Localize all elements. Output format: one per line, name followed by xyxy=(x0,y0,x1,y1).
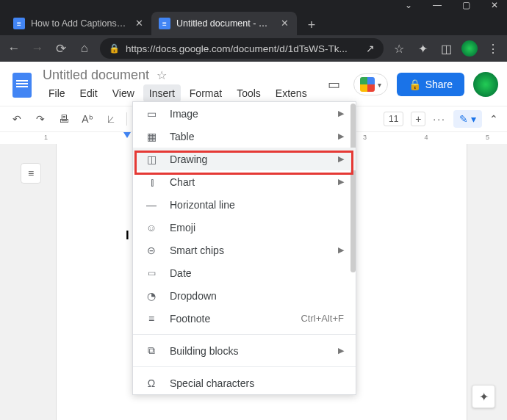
lock-icon: 🔒 xyxy=(109,43,120,54)
menu-file[interactable]: File xyxy=(43,84,71,102)
insert-emoji-item[interactable]: Emoji xyxy=(133,216,356,239)
insert-horizontal-line-item[interactable]: Horizontal line xyxy=(133,193,356,216)
url-text: https://docs.google.com/document/d/1dTsW… xyxy=(126,43,360,54)
header-right: ▭ ▾ 🔒 Share xyxy=(324,68,498,97)
ruler-tick: 5 xyxy=(486,134,489,141)
table-icon xyxy=(145,130,158,143)
comments-icon[interactable]: ▭ xyxy=(324,74,345,95)
insert-smart-chips-item[interactable]: Smart chips ▶ xyxy=(133,239,356,261)
menu-item-shortcut: Ctrl+Alt+F xyxy=(301,313,344,324)
extensions-button[interactable]: ◫ xyxy=(438,42,454,56)
docs-favicon-icon: ≡ xyxy=(159,18,170,29)
menu-item-label: Image xyxy=(170,108,326,120)
menu-format[interactable]: Format xyxy=(184,84,228,102)
menu-item-label: Building blocks xyxy=(170,345,326,357)
share-url-icon[interactable]: ↗ xyxy=(366,43,375,54)
browser-tabstrip: ≡ How to Add Captions to Im ✕ ≡ Untitled… xyxy=(0,10,507,35)
smart-chips-icon xyxy=(145,244,158,257)
pencil-icon: ✎ xyxy=(459,113,468,125)
docs-title-area: Untitled document ☆ File Edit View Inser… xyxy=(43,68,317,102)
menu-item-label: Drawing xyxy=(170,153,326,165)
explore-button[interactable]: ✦ xyxy=(472,385,495,408)
spellcheck-button[interactable]: Aᵇ xyxy=(79,113,96,125)
submenu-arrow-icon: ▶ xyxy=(338,154,344,164)
toolbar-more-button[interactable]: ··· xyxy=(433,113,446,125)
omnibox[interactable]: 🔒 https://docs.google.com/document/d/1dT… xyxy=(100,38,384,59)
window-maximize-icon[interactable]: ▢ xyxy=(462,1,470,10)
submenu-arrow-icon: ▶ xyxy=(338,177,344,187)
insert-dropdown-item[interactable]: Dropdown xyxy=(133,284,356,307)
account-avatar[interactable] xyxy=(473,72,498,97)
document-title[interactable]: Untitled document xyxy=(43,68,149,83)
meet-icon xyxy=(360,77,375,92)
insert-building-blocks-item[interactable]: Building blocks ▶ xyxy=(133,339,356,362)
meet-button[interactable]: ▾ xyxy=(353,73,388,95)
submenu-arrow-icon: ▶ xyxy=(338,346,344,355)
nav-reload-button[interactable]: ⟳ xyxy=(53,41,69,57)
insert-date-item[interactable]: Date xyxy=(133,261,356,284)
menu-separator xyxy=(133,334,356,335)
image-icon xyxy=(145,107,158,120)
date-icon xyxy=(145,267,158,280)
chart-icon xyxy=(145,175,158,189)
menu-item-label: Emoji xyxy=(170,222,344,233)
menu-item-label: Smart chips xyxy=(170,245,326,256)
nav-forward-button[interactable]: → xyxy=(29,41,46,56)
insert-drawing-item[interactable]: Drawing ▶ xyxy=(133,148,356,170)
docs-menu-bar: File Edit View Insert Format Tools Exten… xyxy=(43,84,317,102)
docs-favicon-icon: ≡ xyxy=(13,18,25,29)
toolbar-separator xyxy=(126,112,127,126)
star-icon[interactable]: ☆ xyxy=(157,68,167,82)
insert-image-item[interactable]: Image ▶ xyxy=(133,102,356,125)
outline-toggle-button[interactable]: ≡ xyxy=(21,163,41,184)
menu-tools[interactable]: Tools xyxy=(231,84,267,102)
undo-button[interactable]: ↶ xyxy=(9,113,25,125)
print-button[interactable]: 🖶 xyxy=(56,113,72,125)
text-cursor: I xyxy=(126,228,129,242)
nav-back-button[interactable]: ← xyxy=(6,41,22,56)
redo-button[interactable]: ↷ xyxy=(32,113,48,125)
ruler-tick: 4 xyxy=(424,134,428,141)
insert-special-characters-item[interactable]: Special characters xyxy=(133,372,356,394)
menu-insert[interactable]: Insert xyxy=(143,84,181,102)
menu-item-label: Horizontal line xyxy=(170,199,344,211)
insert-table-item[interactable]: Table ▶ xyxy=(133,125,356,148)
lock-icon: 🔒 xyxy=(409,79,421,90)
menu-separator xyxy=(133,366,356,367)
menu-item-label: Footnote xyxy=(170,313,289,325)
tab-title: Untitled document - Google xyxy=(176,18,273,29)
collapse-header-button[interactable]: ⌃ xyxy=(489,113,498,125)
font-size-plus-button[interactable]: + xyxy=(411,112,425,126)
bookmark-star-icon[interactable]: ☆ xyxy=(391,42,407,56)
extensions-piece-icon[interactable]: ✦ xyxy=(414,42,431,56)
submenu-arrow-icon: ▶ xyxy=(338,109,344,118)
meet-caret-icon: ▾ xyxy=(378,81,381,89)
browser-tab-active[interactable]: ≡ Untitled document - Google ✕ xyxy=(151,12,297,35)
docs-logo-icon[interactable] xyxy=(9,68,35,103)
browser-menu-icon[interactable]: ⋮ xyxy=(485,42,501,56)
special-characters-icon xyxy=(145,377,158,390)
new-tab-button[interactable]: + xyxy=(301,15,322,35)
footnote-icon xyxy=(145,312,158,325)
menu-edit[interactable]: Edit xyxy=(74,84,104,102)
insert-chart-item[interactable]: Chart ▶ xyxy=(133,170,356,193)
dropdown-icon xyxy=(145,289,158,303)
format-paint-button[interactable]: ⟀ xyxy=(103,113,119,125)
ruler-indent-marker-icon[interactable] xyxy=(123,132,131,138)
browser-tab[interactable]: ≡ How to Add Captions to Im ✕ xyxy=(6,12,151,35)
browser-urlbar: ← → ⟳ ⌂ 🔒 https://docs.google.com/docume… xyxy=(0,35,507,62)
editing-mode-button[interactable]: ✎ ▾ xyxy=(453,110,482,128)
profile-avatar[interactable] xyxy=(461,40,478,57)
window-minimize-icon[interactable]: — xyxy=(433,1,442,10)
share-button[interactable]: 🔒 Share xyxy=(397,73,464,96)
tab-close-icon[interactable]: ✕ xyxy=(134,18,144,29)
insert-footnote-item[interactable]: Footnote Ctrl+Alt+F xyxy=(133,307,356,330)
menu-item-label: Dropdown xyxy=(170,290,344,302)
nav-home-button[interactable]: ⌂ xyxy=(76,41,93,56)
font-size-field[interactable]: 11 xyxy=(384,112,403,126)
tab-close-icon[interactable]: ✕ xyxy=(279,18,290,29)
menu-view[interactable]: View xyxy=(107,84,140,102)
menu-extensions[interactable]: Extens xyxy=(270,84,313,102)
window-close-icon[interactable]: ✕ xyxy=(491,1,498,10)
building-blocks-icon xyxy=(145,344,158,358)
